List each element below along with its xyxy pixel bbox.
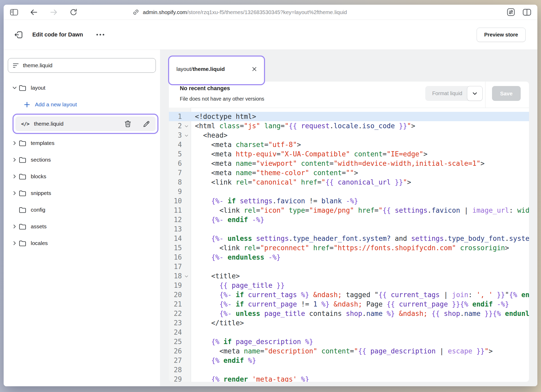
code-text: <meta name="theme-color" content=""> (191, 168, 358, 177)
chevron-right-icon[interactable] (13, 175, 19, 178)
format-liquid-button[interactable]: Format liquid (425, 86, 469, 101)
code-line[interactable]: 19 {{ page_title }} (169, 281, 529, 290)
forward-icon[interactable] (49, 8, 58, 17)
code-lines: 1<!doctype html>2<html class="js" lang="… (169, 112, 529, 382)
line-number: 9 (169, 187, 182, 196)
app-header: Edit code for Dawn Preview store (4, 20, 537, 50)
code-line[interactable]: 5 <meta http-equiv="X-UA-Compatible" con… (169, 149, 529, 159)
selected-file-row[interactable]: </​>theme.liquid (15, 117, 156, 131)
fold-spacer (182, 149, 191, 159)
save-button[interactable]: Save (492, 86, 521, 101)
code-line[interactable]: 20 {%- if current_tags %} &ndash; tagged… (169, 290, 529, 299)
code-line[interactable]: 6 <meta name="viewport" content="width=d… (169, 159, 529, 168)
code-line[interactable]: 13 (169, 224, 529, 234)
fold-spacer (182, 337, 191, 346)
line-number: 14 (169, 234, 182, 243)
chevron-right-icon[interactable] (13, 142, 19, 144)
code-line[interactable]: 22 {%- unless page_title contains shop.n… (169, 309, 529, 318)
code-line[interactable]: 17 (169, 262, 529, 271)
fold-spacer (182, 356, 191, 365)
code-line[interactable]: 25 {% if page_description %} (169, 337, 529, 346)
pencil-icon[interactable] (143, 120, 150, 127)
code-line[interactable]: 16 {%- endunless -%} (169, 253, 529, 262)
chevron-right-icon[interactable] (13, 225, 19, 228)
line-number: 23 (169, 318, 182, 328)
chevron-down-icon[interactable] (13, 87, 19, 89)
code-line[interactable]: 27 {% endif %} (169, 356, 529, 365)
line-number: 3 (169, 131, 182, 140)
code-line[interactable]: 15 <link rel="preconnect" href="https://… (169, 243, 529, 253)
code-line[interactable]: 7 <meta name="theme-color" content=""> (169, 168, 529, 177)
sidebar-item-config[interactable]: config (4, 201, 160, 218)
plus-icon (23, 101, 35, 108)
code-text: <meta charset="utf-8"> (191, 140, 301, 149)
code-line[interactable]: 21 {%- if current_page != 1 %} &ndash; P… (169, 299, 529, 309)
sidebar-item-locales[interactable]: locales (4, 235, 160, 252)
tab-file-name: theme.liquid (193, 66, 225, 72)
code-line[interactable]: 28 (169, 365, 529, 375)
format-liquid-dropdown[interactable] (467, 86, 483, 101)
editor-pane: layout/theme.liquid No recent changes Fi… (160, 50, 537, 386)
tab-theme-liquid[interactable]: layout/theme.liquid (171, 58, 262, 81)
code-line[interactable]: 23 </title> (169, 318, 529, 328)
fold-chevron-icon[interactable] (182, 131, 191, 140)
code-line[interactable]: 3 <head> (169, 131, 529, 140)
code-file-icon: </​> (21, 121, 29, 127)
code-line[interactable]: 11 <link rel="icon" type="image/png" hre… (169, 206, 529, 215)
sidebar-item-theme-liquid-selected[interactable]: </​>theme.liquid (13, 114, 158, 134)
fold-chevron-icon[interactable] (182, 121, 191, 131)
fold-spacer (182, 140, 191, 149)
code-line[interactable]: 29 {% render 'meta-tags' %} (169, 375, 529, 382)
code-line[interactable]: 10 {%- if settings.favicon != blank -%} (169, 196, 529, 206)
fold-spacer (182, 262, 191, 271)
reload-icon[interactable] (69, 8, 78, 17)
code-line[interactable]: 1<!doctype html> (169, 112, 529, 121)
overflow-menu-icon[interactable] (96, 34, 104, 36)
sidebar-item-sections[interactable]: sections (4, 151, 160, 168)
chevron-right-icon[interactable] (13, 242, 19, 244)
close-icon[interactable] (252, 67, 257, 71)
fold-spacer (182, 206, 191, 215)
page-settings-icon[interactable] (506, 8, 515, 17)
fold-spacer (182, 318, 191, 328)
code-text: {%- if current_tags %} &ndash; tagged "{… (191, 290, 529, 299)
code-line[interactable]: 26 <meta name="description" content="{{ … (169, 346, 529, 356)
file-search-input[interactable]: theme.liquid (8, 58, 156, 73)
code-text: <meta name="viewport" content="width=dev… (191, 159, 484, 168)
trash-icon[interactable] (124, 120, 131, 127)
folder-icon (19, 173, 31, 180)
chevron-right-icon[interactable] (13, 192, 19, 194)
code-text: {{ page_title }} (191, 281, 285, 290)
back-icon[interactable] (29, 8, 39, 17)
split-view-icon[interactable] (522, 8, 532, 17)
code-line[interactable]: 12 {%- endif -%} (169, 215, 529, 224)
fold-spacer (182, 224, 191, 234)
line-number: 13 (169, 224, 182, 234)
preview-store-button[interactable]: Preview store (477, 28, 526, 42)
line-number: 15 (169, 243, 182, 253)
code-line[interactable]: 24 (169, 328, 529, 337)
code-line[interactable]: 9 (169, 187, 529, 196)
fold-chevron-icon[interactable] (182, 271, 191, 281)
exit-icon[interactable] (14, 30, 24, 40)
sidebar-item-templates[interactable]: templates (4, 135, 160, 151)
sidebar-item-add-a-new-layout[interactable]: Add a new layout (4, 96, 160, 113)
item-label: snippets (31, 190, 51, 196)
sidebar-item-blocks[interactable]: blocks (4, 168, 160, 185)
sidebar-item-snippets[interactable]: snippets (4, 185, 160, 201)
code-line[interactable]: 8 <link rel="canonical" href="{{ canonic… (169, 177, 529, 187)
code-line[interactable]: 14 {%- unless settings.type_header_font.… (169, 234, 529, 243)
fold-spacer (182, 159, 191, 168)
code-line[interactable]: 4 <meta charset="utf-8"> (169, 140, 529, 149)
sidebar-item-layout[interactable]: layout (4, 79, 160, 96)
line-number: 8 (169, 177, 182, 187)
code-line[interactable]: 2<html class="js" lang="{{ request.local… (169, 121, 529, 131)
sidebar-item-assets[interactable]: assets (4, 218, 160, 235)
code-editor[interactable]: 1<!doctype html>2<html class="js" lang="… (169, 108, 529, 382)
sidebar-toggle-icon[interactable] (9, 8, 19, 17)
chevron-right-icon[interactable] (13, 158, 19, 161)
line-number: 11 (169, 206, 182, 215)
address-bar[interactable]: admin.shopify.com/store/rzq1xu-f5/themes… (132, 9, 347, 16)
code-line[interactable]: 18 <title> (169, 271, 529, 281)
fold-spacer (182, 346, 191, 356)
